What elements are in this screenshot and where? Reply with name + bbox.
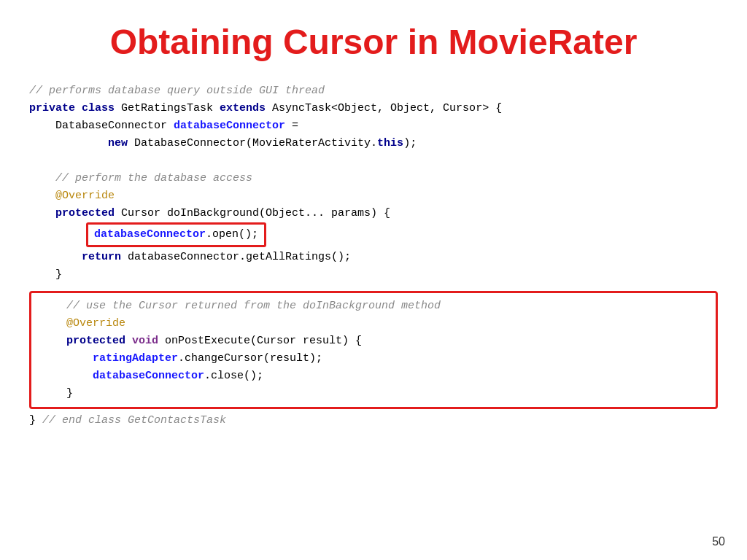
highlight-box-large: // use the Cursor returned from the doIn… xyxy=(29,291,718,409)
line-do-in-bg: protected Cursor doInBackground(Object..… xyxy=(29,207,390,219)
code-area: // performs database query outside GUI t… xyxy=(29,82,718,429)
large-box-db-close: databaseConnector.close(); xyxy=(40,370,263,382)
line-new-connector: new DatabaseConnector(MovieRaterActivity… xyxy=(29,137,417,149)
blank-line-1 xyxy=(29,155,36,167)
line-class-decl: private class GetRatingsTask extends Asy… xyxy=(29,102,502,114)
line-end-class: } // end class GetContactsTask xyxy=(29,414,226,427)
comment-line2: // perform the database access xyxy=(29,172,252,184)
annotation-line1: @Override xyxy=(29,190,115,202)
large-box-rating-adapter: ratingAdapter.changeCursor(result); xyxy=(40,352,322,365)
comment-line1: // performs database query outside GUI t… xyxy=(29,85,325,97)
slide-title: Obtaining Cursor in MovieRater xyxy=(29,22,718,62)
large-box-annotation: @Override xyxy=(40,317,125,330)
code-block-2: return databaseConnector.getAllRatings()… xyxy=(29,249,718,284)
highlighted-code-open: databaseConnector.open(); xyxy=(94,226,258,244)
highlight-box-open: databaseConnector.open(); xyxy=(86,222,266,247)
code-block: // performs database query outside GUI t… xyxy=(29,82,718,222)
page-number: 50 xyxy=(712,535,725,548)
slide: Obtaining Cursor in MovieRater // perfor… xyxy=(0,0,747,560)
large-box-method-decl: protected void onPostExecute(Cursor resu… xyxy=(40,335,362,347)
line-field-decl: DatabaseConnector databaseConnector = xyxy=(29,120,298,132)
large-box-comment: // use the Cursor returned from the doIn… xyxy=(40,300,441,312)
line-close-brace1: } xyxy=(29,268,62,281)
large-box-code: // use the Cursor returned from the doIn… xyxy=(40,298,707,402)
line-return: return databaseConnector.getAllRatings()… xyxy=(29,251,351,263)
code-closing: } // end class GetContactsTask xyxy=(29,412,718,429)
large-box-close-brace: } xyxy=(40,387,73,400)
